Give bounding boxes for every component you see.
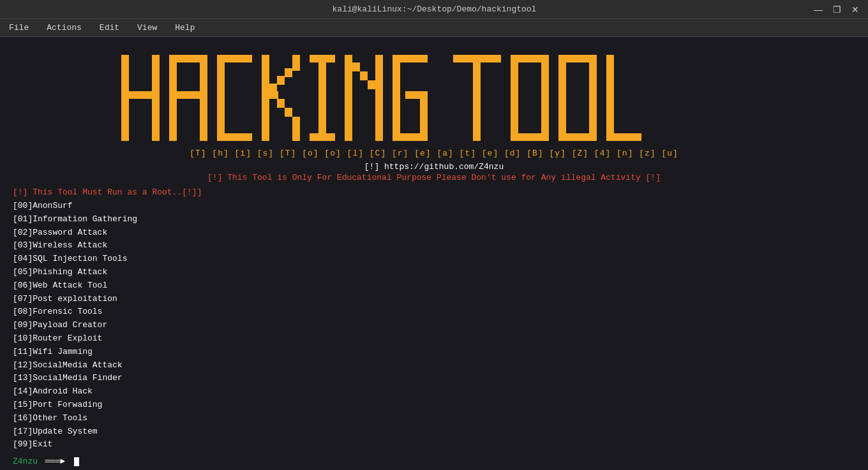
svg-rect-41 [558,55,597,62]
menu-list-item: [13]SocialMedia Finder [13,372,860,385]
menu-list-item: [06]Web Attack Tool [13,279,860,293]
svg-rect-20 [318,55,326,141]
svg-rect-35 [511,55,518,141]
svg-rect-24 [345,55,352,62]
menu-list-item: [01]Information Gathering [13,213,860,226]
svg-rect-13 [277,76,285,85]
svg-rect-16 [277,99,285,108]
menu-list: [00]AnonSurf[01]Information Gathering[02… [13,200,860,452]
svg-rect-34 [473,55,481,141]
menu-list-item: [12]SocialMedia Attack [13,359,860,372]
ascii-art-title: .px { fill: #f5a623; } [8,48,860,147]
svg-rect-7 [217,55,225,141]
svg-rect-8 [217,55,252,62]
svg-rect-27 [368,80,375,89]
svg-rect-14 [285,68,292,77]
svg-rect-39 [558,55,566,141]
menu-actions[interactable]: Actions [43,22,86,34]
menu-list-item: [14]Android Hack [13,385,860,399]
prompt-arrow: ═══► [40,457,70,466]
menu-help[interactable]: Help [171,22,198,34]
menu-list-item: [07]Post exploitation [13,293,860,306]
svg-rect-2 [121,91,160,99]
menu-list-item: [99]Exit [13,438,860,452]
maximize-button[interactable]: ❐ [830,4,844,15]
svg-rect-42 [558,133,597,141]
svg-rect-25 [352,62,360,71]
svg-rect-40 [589,55,597,141]
svg-rect-10 [262,55,269,141]
terminal[interactable]: .px { fill: #f5a623; } [0,37,868,470]
svg-rect-12 [269,84,277,92]
menu-list-item: [02]Password Attack [13,226,860,240]
menu-view[interactable]: View [133,22,161,34]
prompt-line: Z4nzu ═══► [13,457,860,466]
menu-list-item: [08]Forensic Tools [13,305,860,319]
svg-rect-23 [375,55,383,141]
svg-rect-21 [310,133,335,141]
cursor-block [74,457,79,466]
menu-list-item: [16]Other Tools [13,412,860,425]
menu-list-item: [04]SQL Injection Tools [13,253,860,266]
minimize-button[interactable]: — [811,4,825,15]
svg-rect-5 [169,55,207,62]
menu-list-item: [17]Update System [13,425,860,439]
svg-rect-28 [393,55,400,141]
svg-rect-37 [511,55,549,62]
close-button[interactable]: ✕ [849,4,862,15]
svg-rect-18 [292,117,300,141]
svg-rect-26 [360,71,368,80]
menu-list-item: [15]Port Forwading [13,399,860,412]
svg-rect-15 [292,55,300,71]
menu-list-item: [10]Router Exploit [13,332,860,346]
warning-text: [!] This Tool is Only For Educational Pu… [8,173,860,182]
svg-rect-9 [217,133,252,141]
svg-rect-43 [606,55,614,141]
menu-edit[interactable]: Edit [96,22,123,34]
menu-file[interactable]: File [5,22,33,34]
hacking-tool-svg: .px { fill: #f5a623; } [115,48,753,147]
svg-rect-6 [169,91,207,99]
titlebar-title: kali@kaliLinux:~/Desktop/Demo/hackingtoo… [57,4,811,14]
menu-list-item: [00]AnonSurf [13,200,860,213]
menu-list-item: [09]Payload Creator [13,319,860,332]
svg-rect-17 [285,108,292,117]
root-warning: [!] This Tool Must Run as a Root..[!]] [13,187,860,197]
titlebar-controls: — ❐ ✕ [811,4,862,15]
svg-rect-38 [511,133,549,141]
svg-rect-36 [541,55,549,141]
menubar: File Actions Edit View Help [0,19,868,37]
svg-rect-32 [405,91,428,99]
prompt-user: Z4nzu [13,457,38,466]
subtitle-chars: [T] [h] [i] [s] [T] [o] [o] [l] [C] [r] … [8,149,860,158]
menu-list-item: [03]Wireless Attack [13,239,860,253]
titlebar: kali@kaliLinux:~/Desktop/Demo/hackingtoo… [0,0,868,19]
svg-rect-44 [606,133,641,141]
menu-list-item: [05]Phishing Attack [13,266,860,279]
svg-rect-29 [393,55,428,62]
svg-rect-22 [345,55,352,141]
menu-list-item: [11]Wifi Jamming [13,346,860,359]
github-link: [!] https://github.com/Z4nzu [8,162,860,172]
